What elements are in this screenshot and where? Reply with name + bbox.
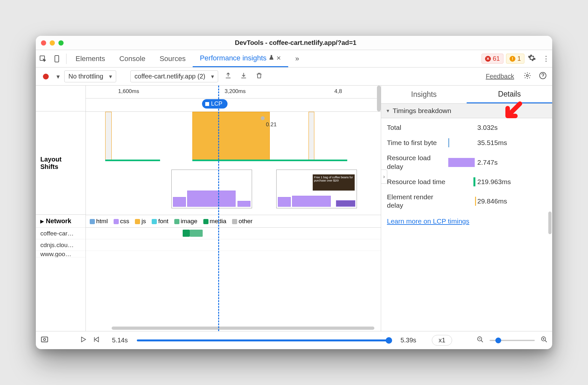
zoom-out-icon[interactable] <box>477 336 484 345</box>
details-scrollbar[interactable] <box>548 115 552 228</box>
svg-point-5 <box>44 338 46 341</box>
tab-performance-insights[interactable]: Performance insights ✕ <box>193 50 288 67</box>
flask-icon <box>269 54 274 62</box>
collapse-panel-button[interactable]: › <box>381 170 387 184</box>
devtools-window: DevTools - coffee-cart.netlify.app/?ad=1… <box>36 36 552 349</box>
slider-thumb[interactable] <box>386 337 392 344</box>
play-button[interactable] <box>80 336 87 345</box>
export-icon[interactable] <box>223 72 234 81</box>
svg-rect-1 <box>55 56 59 62</box>
layout-shifts-track: 0.21 <box>86 111 381 166</box>
divider <box>66 54 66 64</box>
tab-insights[interactable]: Insights <box>381 86 467 103</box>
tab-details[interactable]: Details <box>467 86 552 103</box>
ruler-tick: 3,200ms <box>225 88 246 95</box>
more-menu-icon[interactable]: ⋮ <box>542 55 549 63</box>
close-tab-icon[interactable]: ✕ <box>276 55 281 62</box>
network-row[interactable] <box>86 228 381 239</box>
warnings-count: 1 <box>517 55 521 62</box>
network-bar[interactable] <box>190 230 203 237</box>
timeline-scrollbar[interactable] <box>112 327 374 330</box>
playback-footer: 5.14s 5.39s x1 <box>36 331 552 349</box>
legend-item: html <box>90 218 108 225</box>
insights-toolbar: ▾ No throttling coffee-cart.netlify.app … <box>36 68 552 86</box>
tab-console[interactable]: Console <box>112 50 153 67</box>
throttling-value: No throttling <box>68 73 103 80</box>
ttfb-bar <box>448 138 449 147</box>
vertical-scroll[interactable] <box>377 86 381 208</box>
playback-slider[interactable] <box>137 339 391 341</box>
tab-elements[interactable]: Elements <box>68 50 112 67</box>
inspect-element-icon[interactable] <box>36 55 50 63</box>
feedback-link[interactable]: Feedback <box>486 73 514 80</box>
metric-ttfb: Time to first byte 35.515ms <box>381 135 552 151</box>
import-icon[interactable] <box>238 72 249 81</box>
rlt-bar <box>473 177 475 186</box>
network-label[interactable]: ▶ Network <box>36 215 86 228</box>
metric-resource-load-delay: Resource load delay 2.747s <box>381 151 552 174</box>
page-select[interactable]: coffee-cart.netlify.app (2) <box>130 70 218 82</box>
details-tabs: Insights Details <box>381 86 552 104</box>
device-toggle-icon[interactable] <box>50 55 64 63</box>
tab-label: Performance insights <box>200 54 267 62</box>
tabs-overflow-button[interactable]: » <box>288 50 306 67</box>
cls-value: 0.21 <box>266 121 277 128</box>
current-time: 5.14s <box>112 337 128 344</box>
network-legend: html css js font image media other <box>86 215 381 228</box>
metric-element-render-delay: Element render delay 29.846ms <box>381 190 552 213</box>
record-button[interactable] <box>43 74 49 79</box>
rewind-button[interactable] <box>93 336 100 345</box>
warning-icon: ! <box>510 56 515 62</box>
playhead[interactable] <box>218 86 219 331</box>
settings-icon[interactable] <box>528 54 536 64</box>
delete-icon[interactable] <box>254 72 265 81</box>
total-time: 5.39s <box>400 337 416 344</box>
timeline-panel: Layout Shifts ▶ Network coffee-car… cdnj… <box>36 86 381 331</box>
timings-breakdown-header[interactable]: Timings breakdown <box>381 104 552 118</box>
shift-block[interactable] <box>309 112 314 160</box>
track-labels-column: Layout Shifts ▶ Network coffee-car… cdnj… <box>36 86 86 331</box>
ruler-tick: 1,600ms <box>118 88 139 95</box>
shift-block[interactable] <box>105 112 112 160</box>
learn-more-link[interactable]: Learn more on LCP timings <box>381 215 552 228</box>
panel-settings-icon[interactable] <box>522 72 533 81</box>
record-dropdown-icon[interactable]: ▾ <box>56 73 60 80</box>
legend-item: other <box>232 218 252 225</box>
network-row[interactable] <box>86 239 381 251</box>
erd-bar <box>475 197 476 206</box>
zoom-thumb[interactable] <box>495 338 501 343</box>
rld-bar <box>448 158 475 167</box>
zoom-window-button[interactable] <box>58 40 64 46</box>
screenshot-thumbnail[interactable] <box>171 170 252 208</box>
errors-badge[interactable]: ✕ 61 <box>482 54 503 64</box>
playback-speed-button[interactable]: x1 <box>432 335 452 346</box>
cls-marker[interactable] <box>261 116 265 120</box>
network-row-label[interactable]: cdnjs.clou… <box>36 239 86 251</box>
tab-sources[interactable]: Sources <box>152 50 193 67</box>
zoom-slider[interactable] <box>490 340 535 341</box>
green-bar <box>192 160 347 161</box>
error-icon: ✕ <box>485 56 491 62</box>
legend-item: font <box>152 218 168 225</box>
help-icon[interactable] <box>537 72 548 81</box>
screenshot-thumbnail[interactable]: Free 1 bag of coffee beans for purchase … <box>276 170 357 208</box>
time-ruler: 1,600ms 3,200ms 4,8 <box>86 86 381 99</box>
zoom-in-icon[interactable] <box>541 336 548 345</box>
preview-toggle-icon[interactable] <box>40 335 49 345</box>
svg-rect-4 <box>41 337 48 342</box>
shift-block[interactable] <box>192 112 270 160</box>
lcp-marker[interactable]: LCP <box>202 99 228 109</box>
window-title: DevTools - coffee-cart.netlify.app/?ad=1 <box>64 39 528 47</box>
metric-total: Total 3.032s <box>381 120 552 135</box>
legend-item: js <box>135 218 146 225</box>
network-bar[interactable] <box>183 230 190 237</box>
throttling-select[interactable]: No throttling <box>64 70 116 82</box>
track-area[interactable]: 1,600ms 3,200ms 4,8 LCP 0.21 <box>86 86 381 331</box>
close-window-button[interactable] <box>41 40 46 46</box>
legend-item: media <box>203 218 227 225</box>
tracks: Layout Shifts ▶ Network coffee-car… cdnj… <box>36 86 381 331</box>
network-row-label[interactable]: www.goo… <box>36 251 86 257</box>
network-row-label[interactable]: coffee-car… <box>36 228 86 239</box>
warnings-badge[interactable]: ! 1 <box>506 54 524 64</box>
minimize-window-button[interactable] <box>50 40 55 46</box>
